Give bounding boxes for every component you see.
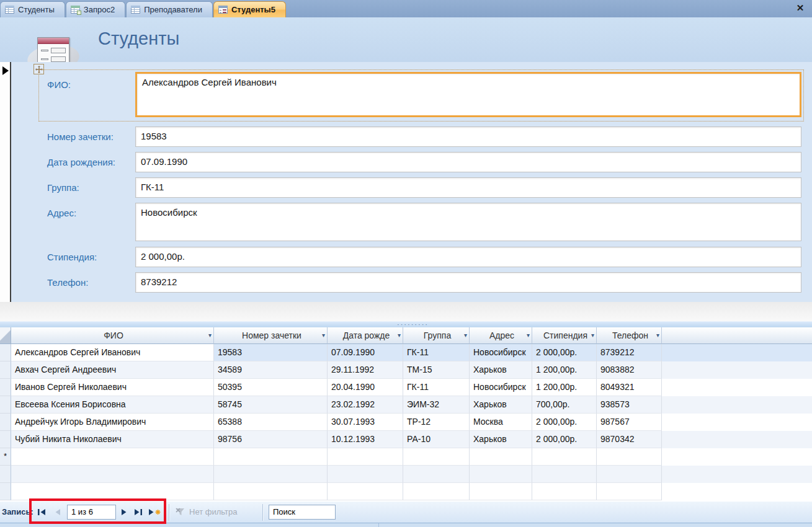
cell[interactable]: 987567 xyxy=(597,414,662,431)
column-header-6[interactable]: Стипендия▾ xyxy=(532,327,597,344)
cell[interactable] xyxy=(403,466,470,483)
group-input[interactable]: ГК-11 xyxy=(135,177,801,198)
stipend-input[interactable]: 2 000,00р. xyxy=(135,247,801,267)
column-header-4[interactable]: Группа▾ xyxy=(403,327,470,344)
row-selector[interactable] xyxy=(0,361,11,379)
fio-input[interactable]: Александров Сергей Иванович xyxy=(135,72,801,117)
cell[interactable] xyxy=(214,483,328,500)
cell[interactable]: 34589 xyxy=(214,361,328,379)
cell[interactable] xyxy=(328,483,403,500)
cell[interactable] xyxy=(532,448,597,466)
horizontal-scrollbar[interactable] xyxy=(0,523,812,527)
cell[interactable]: ТМ-15 xyxy=(403,361,470,379)
last-record-button[interactable] xyxy=(133,508,143,516)
cell[interactable]: 65388 xyxy=(214,414,328,431)
cell[interactable]: 700,00р. xyxy=(532,396,597,414)
row-selector[interactable] xyxy=(0,396,11,414)
cell[interactable]: Александров Сергей Иванович xyxy=(11,344,214,361)
split-form-splitter[interactable]: ········· xyxy=(0,321,812,327)
first-record-button[interactable] xyxy=(37,508,47,516)
cell[interactable]: 10.12.1993 xyxy=(328,431,403,448)
previous-record-button[interactable] xyxy=(54,508,64,516)
cell[interactable]: Харьков xyxy=(470,361,532,379)
tab-students-table[interactable]: Студенты xyxy=(0,1,65,17)
column-dropdown-icon[interactable]: ▾ xyxy=(322,327,325,343)
row-selector[interactable] xyxy=(0,379,11,396)
column-dropdown-icon[interactable]: ▾ xyxy=(398,327,401,343)
cell[interactable]: Авхач Сергей Андреевич xyxy=(11,361,214,379)
cell[interactable]: ТР-12 xyxy=(403,414,470,431)
column-dropdown-icon[interactable]: ▾ xyxy=(208,327,212,343)
cell[interactable]: 8739212 xyxy=(597,344,662,361)
column-dropdown-icon[interactable]: ▾ xyxy=(591,327,594,343)
cell[interactable] xyxy=(597,448,662,466)
tab-students5-form[interactable]: Студенты5 xyxy=(213,1,286,17)
cell[interactable]: 2 000,00р. xyxy=(532,431,597,448)
address-input[interactable]: Новосибирск xyxy=(135,203,801,241)
cell[interactable] xyxy=(470,466,532,483)
cell[interactable]: 8049321 xyxy=(597,379,662,396)
cell[interactable]: Чубий Никита Николаевич xyxy=(11,431,214,448)
cell[interactable]: РА-10 xyxy=(403,431,470,448)
cell[interactable] xyxy=(403,448,470,466)
record-book-number-input[interactable]: 19583 xyxy=(135,126,801,147)
row-selector[interactable] xyxy=(0,414,11,431)
cell[interactable]: Москва xyxy=(470,414,532,431)
row-selector[interactable]: * xyxy=(0,448,11,466)
cell[interactable]: 9083882 xyxy=(597,361,662,379)
cell[interactable]: ЭИМ-32 xyxy=(403,396,470,414)
cell[interactable]: 58745 xyxy=(214,396,328,414)
cell[interactable]: 19583 xyxy=(214,344,328,361)
cell[interactable]: Андрейчук Игорь Владимирович xyxy=(11,414,214,431)
phone-input[interactable]: 8739212 xyxy=(135,272,801,293)
cell[interactable]: Новосибирск xyxy=(470,379,532,396)
column-dropdown-icon[interactable]: ▾ xyxy=(527,327,530,343)
cell[interactable]: 9870342 xyxy=(597,431,662,448)
cell[interactable] xyxy=(532,466,597,483)
birth-date-input[interactable]: 07.09.1990 xyxy=(135,152,801,172)
cell[interactable]: 50395 xyxy=(214,379,328,396)
tab-teachers-table[interactable]: Преподаватели xyxy=(126,1,213,17)
cell[interactable] xyxy=(597,466,662,483)
cell[interactable] xyxy=(470,448,532,466)
record-position-box[interactable]: 1 из 6 xyxy=(67,505,116,520)
cell[interactable]: 23.02.1992 xyxy=(328,396,403,414)
cell[interactable]: 30.07.1993 xyxy=(328,414,403,431)
cell[interactable]: ГК-11 xyxy=(403,344,470,361)
row-selector[interactable] xyxy=(0,483,11,500)
cell[interactable]: 1 200,00р. xyxy=(532,379,597,396)
new-record-button[interactable] xyxy=(148,508,162,516)
record-selector-bar[interactable] xyxy=(0,62,11,302)
row-selector[interactable] xyxy=(0,466,11,483)
cell[interactable] xyxy=(11,448,214,466)
column-dropdown-icon[interactable]: ▾ xyxy=(656,327,659,343)
cell[interactable]: ГК-11 xyxy=(403,379,470,396)
search-input[interactable]: Поиск xyxy=(269,505,336,520)
cell[interactable]: Харьков xyxy=(470,396,532,414)
row-selector[interactable] xyxy=(0,431,11,448)
cell[interactable] xyxy=(403,483,470,500)
cell[interactable]: Иванов Сергей Николаевич xyxy=(11,379,214,396)
cell[interactable]: 2 000,00р. xyxy=(532,344,597,361)
column-header-5[interactable]: Адрес▾ xyxy=(470,327,532,344)
cell[interactable] xyxy=(597,483,662,500)
column-header-1[interactable]: ФИО▾ xyxy=(11,327,214,344)
cell[interactable] xyxy=(328,448,403,466)
cell[interactable]: Новосибирск xyxy=(470,344,532,361)
cell[interactable]: 20.04.1990 xyxy=(328,379,403,396)
cell[interactable] xyxy=(328,466,403,483)
cell[interactable] xyxy=(11,483,214,500)
column-dropdown-icon[interactable]: ▾ xyxy=(464,327,467,343)
row-selector[interactable] xyxy=(0,344,11,361)
close-icon[interactable]: ✕ xyxy=(795,2,806,14)
next-record-button[interactable] xyxy=(120,508,130,516)
column-header-3[interactable]: Дата рожде▾ xyxy=(328,327,403,344)
tab-query2[interactable]: Запрос2 xyxy=(66,1,125,17)
cell[interactable]: Евсеева Ксения Борисовна xyxy=(11,396,214,414)
column-header-7[interactable]: Телефон▾ xyxy=(597,327,662,344)
column-header-2[interactable]: Номер зачетки▾ xyxy=(214,327,328,344)
cell[interactable]: 938573 xyxy=(597,396,662,414)
cell[interactable] xyxy=(470,483,532,500)
cell[interactable]: 98756 xyxy=(214,431,328,448)
cell[interactable]: 1 200,00р. xyxy=(532,361,597,379)
